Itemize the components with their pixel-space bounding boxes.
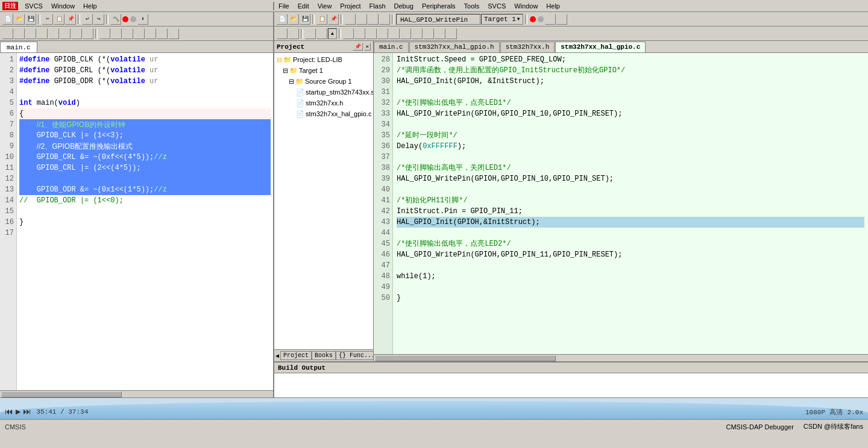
toolbar-right-extra1[interactable]: [545, 14, 556, 25]
right-code-line-31: [397, 87, 864, 98]
toolbar-redo[interactable]: ↪: [93, 14, 104, 25]
toolbar2-b7[interactable]: [71, 28, 82, 39]
toolbar-open-left[interactable]: 📂: [14, 14, 25, 25]
right-code-line-28: InitStruct.Speed = GPIO_SPEED_FREQ_LOW;: [397, 54, 864, 65]
right-code-line-38: /*使引脚输出高电平，关闭LED1*/: [397, 163, 864, 173]
toolbar-r3[interactable]: [368, 14, 379, 25]
menu-window-right[interactable]: Window: [512, 2, 539, 10]
toolbar-r1[interactable]: [345, 14, 356, 25]
menu-edit[interactable]: Edit: [296, 2, 311, 10]
code-area-right[interactable]: InitStruct.Speed = GPIO_SPEED_FREQ_LOW; …: [393, 53, 868, 354]
toolbar2-r1[interactable]: [277, 28, 288, 39]
toolbar2-b15[interactable]: [168, 28, 179, 39]
hscroll-right[interactable]: [374, 354, 868, 361]
toolbar-target-dropdown[interactable]: Target 1 ▼: [481, 14, 523, 25]
media-step-back[interactable]: ⏮: [5, 407, 13, 417]
menu-project[interactable]: Project: [338, 2, 362, 10]
menu-svcs[interactable]: SVCS: [23, 2, 45, 10]
toolbar2-r6[interactable]: [354, 28, 365, 39]
toolbar-paste-right[interactable]: 📌: [328, 14, 339, 25]
toolbar-copy[interactable]: 📋: [54, 14, 64, 25]
menu-file[interactable]: File: [277, 2, 291, 10]
tree-item-startup[interactable]: 📄 startup_stm32h743xx.s: [275, 87, 372, 98]
toolbar-paste[interactable]: 📌: [65, 14, 76, 25]
toolbar2-b10[interactable]: [111, 28, 122, 39]
project-bottom-tab-project[interactable]: Project: [280, 351, 312, 360]
menu-flash[interactable]: Flash: [368, 2, 388, 10]
toolbar2-b8[interactable]: [83, 28, 93, 39]
code-area-left[interactable]: #define GPIOB_CLK (*(volatile ur #define…: [17, 53, 273, 390]
toolbar-right-extra2[interactable]: [556, 14, 567, 25]
toolbar-save-left[interactable]: 💾: [25, 14, 36, 25]
toolbar2-b4[interactable]: [37, 28, 48, 39]
tree-item-source-group[interactable]: ⊟ 📁 Source Group 1: [275, 76, 372, 87]
menu-tools[interactable]: Tools: [462, 2, 482, 10]
toolbar-new-right[interactable]: 📄: [277, 14, 288, 25]
toolbar2-b5[interactable]: [48, 28, 59, 39]
toolbar2-r7[interactable]: [366, 28, 377, 39]
toolbar-build[interactable]: 🔨: [110, 14, 121, 25]
toolbar2-b9[interactable]: [99, 28, 110, 39]
right-code-line-35: /*延时一段时间*/: [397, 130, 864, 141]
menu-peripherals[interactable]: Peripherals: [420, 2, 458, 10]
toolbar2-b2[interactable]: [14, 28, 25, 39]
toolbar2-r9[interactable]: [389, 28, 400, 39]
right-code-line-29: /*调用库函数，使用上面配置的GPIO_InitStructure初始化GPIO…: [397, 65, 864, 76]
media-play[interactable]: ▶: [16, 406, 20, 417]
project-close-btn[interactable]: ✕: [364, 43, 371, 51]
toolbar-save-right[interactable]: 💾: [300, 14, 310, 25]
toolbar-undo[interactable]: ↩: [82, 14, 93, 25]
tree-item-project[interactable]: ⊟ 📁 Project: LED-LIB: [275, 54, 372, 65]
toolbar2-r4[interactable]: [316, 28, 327, 39]
project-bottom-tab-books[interactable]: Books: [312, 351, 336, 360]
right-code-line-30: HAL_GPIO_Init(GPIOH, &InitStruct);: [397, 76, 864, 87]
project-pin-btn[interactable]: 📌: [353, 43, 363, 51]
tab-main-c[interactable]: main.c: [0, 42, 37, 52]
toolbar2-r13[interactable]: [435, 28, 445, 39]
toolbar2-b11[interactable]: [122, 28, 133, 39]
toolbar2-b14[interactable]: [157, 28, 168, 39]
toolbar2-b1[interactable]: [2, 28, 13, 39]
tab-h7xx-h[interactable]: stm32h7xx.h: [500, 42, 555, 52]
code-line-6: {: [19, 108, 271, 119]
toolbar2-dropdown[interactable]: ▲: [328, 28, 337, 39]
toolbar2-r3[interactable]: [305, 28, 316, 39]
toolbar2-r12[interactable]: [423, 28, 434, 39]
toolbar-copy-right[interactable]: 📋: [316, 14, 327, 25]
menu-svcs-right[interactable]: SVCS: [486, 2, 508, 10]
toolbar2-r5[interactable]: [343, 28, 354, 39]
tab-hal-gpio-h[interactable]: stm32h7xx_hal_gpio.h: [409, 42, 500, 52]
toolbar-r2[interactable]: [356, 14, 367, 25]
toolbar2-r2[interactable]: [288, 28, 299, 39]
menu-window-left[interactable]: Window: [49, 2, 77, 10]
code-line-12: [19, 173, 271, 184]
menu-help-left[interactable]: Help: [81, 2, 99, 10]
toolbar-r4[interactable]: [379, 14, 390, 25]
project-bottom-tab-func[interactable]: {} Func...: [336, 351, 373, 360]
menu-debug[interactable]: Debug: [392, 2, 415, 10]
toolbar-open-right[interactable]: 📂: [288, 14, 299, 25]
toolbar-new-left[interactable]: 📄: [2, 14, 13, 25]
menu-view[interactable]: View: [316, 2, 334, 10]
toolbar2-r11[interactable]: [412, 28, 423, 39]
menu-help-right[interactable]: Help: [544, 2, 562, 10]
hscroll-left[interactable]: [0, 390, 273, 397]
toolbar2-b6[interactable]: [60, 28, 71, 39]
toolbar2-b3[interactable]: [25, 28, 36, 39]
tree-item-h7xx-h[interactable]: 📄 stm32h7xx.h: [275, 98, 372, 108]
tree-item-target[interactable]: ⊟ 📁 Target 1: [275, 65, 372, 76]
toolbar2-r14[interactable]: [446, 28, 457, 39]
toolbar2-b12[interactable]: [134, 28, 145, 39]
toolbar-cut[interactable]: ✂: [42, 14, 53, 25]
scroll-left-arrow[interactable]: ◀: [274, 352, 280, 359]
tab-main-c-right[interactable]: main.c: [374, 42, 409, 52]
build-output-content[interactable]: [274, 373, 868, 397]
toolbar2-b13[interactable]: [145, 28, 156, 39]
toolbar2-r10[interactable]: [400, 28, 411, 39]
right-code-line-32: /*使引脚输出低电平，点亮LED1*/: [397, 98, 864, 108]
toolbar2-r8[interactable]: [377, 28, 388, 39]
tab-hal-gpio-c[interactable]: stm32h7xx_hal_gpio.c: [555, 42, 646, 52]
media-step-fwd[interactable]: ⏭: [23, 407, 31, 417]
tree-item-hal-gpio-c[interactable]: 📄 stm32h7xx_hal_gpio.c: [275, 108, 372, 119]
toolbar-download[interactable]: ⬇: [137, 14, 148, 25]
